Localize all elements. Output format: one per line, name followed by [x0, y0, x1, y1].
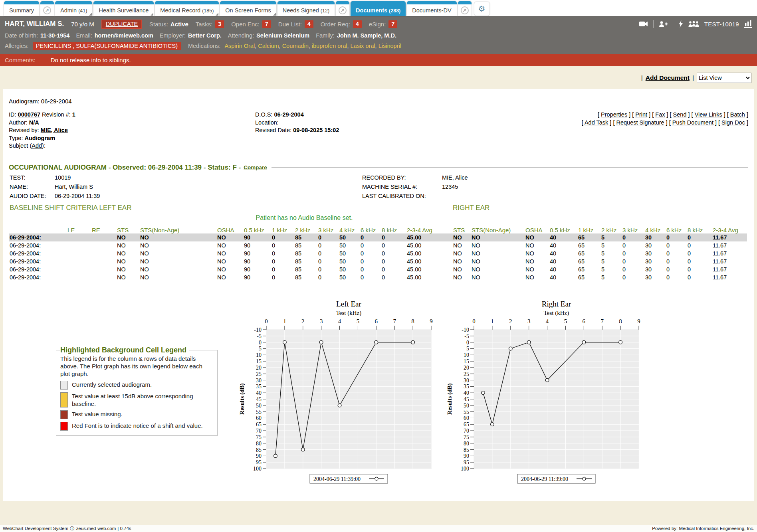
- action-properties[interactable]: Properties: [601, 111, 627, 118]
- medication-link[interactable]: Lisinopril: [378, 43, 401, 49]
- allergies-badge[interactable]: PENICILLINS , SULFA(SULFONAMIDE ANTIBIOT…: [33, 42, 181, 50]
- tab-medical-record[interactable]: Medical Record (185): [155, 1, 219, 16]
- ear-section-headers: BASELINE SHIFT CRITERIA LEFT EAR RIGHT E…: [9, 204, 748, 213]
- column-header: 2-3-4 Avg: [406, 224, 439, 233]
- document-id-link[interactable]: 0000767: [18, 111, 40, 118]
- svg-text:5: 5: [357, 318, 360, 324]
- column-header: LE: [67, 224, 91, 233]
- chart-bars-icon[interactable]: [744, 20, 752, 28]
- cell: 11.67: [712, 249, 747, 257]
- audiogram-row[interactable]: 06-29-2004:NONONO900850500045.00NONONO40…: [9, 249, 747, 257]
- tab-documents-dv[interactable]: Documents-DV: [407, 1, 456, 16]
- action-sign-doc[interactable]: Sign Doc: [721, 119, 745, 126]
- external-link-tab-summary[interactable]: ↗: [40, 1, 54, 16]
- column-header: 6 kHz: [360, 224, 381, 233]
- tab-health-surveillance[interactable]: Health Surveillance: [93, 1, 154, 16]
- tab-documents[interactable]: Documents (288): [351, 1, 406, 16]
- cell: 65: [577, 233, 600, 241]
- settings-tab[interactable]: ⚙: [474, 2, 489, 16]
- action-send[interactable]: Send: [673, 111, 687, 118]
- external-link-icon: ↗: [339, 6, 347, 14]
- svg-text:70: 70: [256, 428, 262, 434]
- dob-field: Date of birth:11-30-1954: [5, 32, 69, 39]
- count-badge[interactable]: 7: [262, 20, 271, 28]
- medication-link[interactable]: Calcium: [258, 43, 279, 49]
- count-badge[interactable]: 4: [353, 20, 362, 28]
- tab-admin[interactable]: Admin (41): [55, 1, 92, 16]
- cell: 11.67: [712, 257, 747, 265]
- medication-link[interactable]: Coumadin: [282, 43, 309, 49]
- add-document-link[interactable]: Add Document: [646, 74, 690, 81]
- column-header: 4 kHz: [339, 224, 360, 233]
- medication-link[interactable]: Aspirin Oral: [224, 43, 255, 49]
- audiogram-row[interactable]: 06-29-2004:NONONO900850500045.00NONONO40…: [9, 273, 747, 281]
- cell: NO: [452, 265, 471, 273]
- cell: NO: [471, 249, 525, 257]
- footer-host[interactable]: zeus.med-web.com: [76, 526, 116, 531]
- right-ear-section-header: RIGHT EAR: [453, 204, 489, 212]
- cell: 85: [294, 249, 317, 257]
- action-view-links[interactable]: View Links: [695, 111, 722, 118]
- action-request-signature[interactable]: Request Signature: [616, 119, 664, 126]
- action-batch[interactable]: Batch: [730, 111, 745, 118]
- cell: 5: [600, 233, 622, 241]
- duplicate-badge[interactable]: DUPLICATE: [101, 20, 142, 29]
- audiogram-row[interactable]: 06-29-2004:NONONO900850500045.00NONONO40…: [9, 233, 747, 241]
- action-push-document[interactable]: Push Document: [672, 119, 713, 126]
- tab-needs-signed[interactable]: Needs Signed (12): [277, 1, 335, 16]
- audiogram-row[interactable]: 06-29-2004:NONONO900850500045.00NONONO40…: [9, 265, 747, 273]
- external-link-tab-documents-dv[interactable]: ↗: [458, 1, 472, 16]
- medication-link[interactable]: ibuprofen oral: [312, 43, 347, 49]
- svg-text:65: 65: [256, 421, 262, 427]
- count-badge[interactable]: 3: [215, 20, 224, 28]
- cell: 0: [622, 257, 644, 265]
- cell: 5: [600, 241, 622, 249]
- svg-text:45: 45: [256, 396, 262, 402]
- video-camera-icon[interactable]: [639, 21, 648, 27]
- tab-on-screen-forms[interactable]: On Screen Forms: [220, 1, 276, 16]
- svg-text:75: 75: [256, 434, 262, 440]
- add-person-icon[interactable]: [659, 21, 668, 28]
- tab-summary[interactable]: Summary: [4, 1, 39, 16]
- footer-app-name: WebChart Development System: [3, 526, 68, 531]
- cell: 5: [600, 273, 622, 281]
- cell: 0: [381, 265, 406, 273]
- legend-item: Red Font is to indicate notice of a shif…: [60, 422, 213, 431]
- cell: [91, 249, 116, 257]
- view-mode-select[interactable]: List View: [697, 73, 751, 83]
- count-badge[interactable]: 7: [388, 20, 397, 28]
- column-header: STS(Non-Age): [139, 224, 216, 233]
- cell: NO: [216, 257, 243, 265]
- action-print[interactable]: Print: [635, 111, 647, 118]
- svg-text:95: 95: [256, 459, 262, 465]
- external-link-tab-needs-signed[interactable]: ↗: [336, 1, 349, 16]
- cell: 0: [317, 241, 339, 249]
- table-header-row: LERESTSSTS(Non-Age)OSHA0.5 kHz1 kHz2 kHz…: [9, 224, 747, 233]
- audiogram-row[interactable]: 06-29-2004:NONONO900850500045.00NONONO40…: [9, 257, 747, 265]
- svg-text:95: 95: [464, 459, 469, 465]
- medication-link[interactable]: Lasix oral: [351, 43, 375, 49]
- revised-by-link[interactable]: MIE, Alice: [41, 127, 68, 133]
- lightning-icon[interactable]: [678, 20, 683, 28]
- comments-bar: Comments: Do not release info to sibling…: [0, 54, 757, 66]
- svg-text:3: 3: [320, 318, 323, 324]
- cell: 50: [339, 265, 360, 273]
- cell: 65: [577, 249, 600, 257]
- svg-text:15: 15: [464, 358, 469, 364]
- info-icon: ⓘ: [70, 526, 75, 532]
- cell: 11.67: [712, 265, 747, 273]
- action-add-task[interactable]: Add Task: [585, 119, 608, 126]
- svg-text:0: 0: [265, 318, 268, 324]
- count-badge[interactable]: 4: [305, 20, 313, 28]
- content-area: | Add Document | List View Audiogram: 06…: [0, 66, 757, 501]
- cell: NO: [452, 273, 471, 281]
- svg-text:6: 6: [375, 318, 378, 324]
- subject-add-link[interactable]: Add: [32, 142, 42, 149]
- compare-link[interactable]: Compare: [244, 164, 267, 170]
- patient-group-icon[interactable]: [688, 21, 699, 27]
- action-fax[interactable]: Fax: [655, 111, 665, 118]
- audiogram-row[interactable]: 06-29-2004:NONONO900850500045.00NONONO40…: [9, 241, 747, 249]
- comments-text: Do not release info to siblings.: [51, 57, 131, 63]
- cell: [67, 273, 91, 281]
- cell: [91, 233, 116, 241]
